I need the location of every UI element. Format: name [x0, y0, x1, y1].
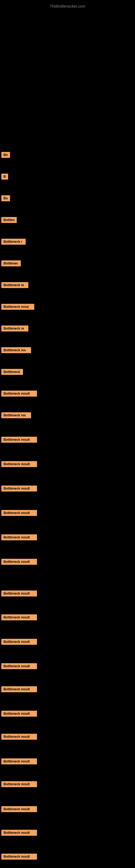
bottleneck-result-item: Bottleneck res — [1, 347, 31, 353]
bottleneck-result-item: B — [1, 174, 8, 180]
bottleneck-result-item: Bottleneck result — [1, 534, 37, 540]
bottleneck-result-item: Bottleneck result — [1, 461, 37, 467]
bottleneck-result-item: Bottlen — [1, 217, 17, 223]
bottleneck-result-item: Bottleneck re — [1, 326, 28, 332]
bottleneck-result-item: Bottleneck — [1, 369, 23, 375]
bottleneck-result-item: Bottleneck result — [1, 614, 37, 620]
bottleneck-result-item: Bottleneck result — [1, 590, 37, 596]
bottleneck-result-item: Bo — [1, 152, 10, 158]
bottleneck-result-item: Bottleneck result — [1, 559, 37, 565]
bottleneck-result-item: Bottleneck result — [1, 663, 37, 669]
bottleneck-result-item: Bottleneck result — [1, 806, 37, 812]
bottleneck-result-item: Bottleneck result — [1, 486, 37, 492]
bottleneck-result-item: Bottleneck re — [1, 282, 28, 288]
bottleneck-result-item: Bottleneck result — [1, 437, 37, 443]
bottleneck-result-item: Bottleneck result — [1, 711, 37, 717]
bottleneck-result-item: Bottleneck res — [1, 412, 31, 418]
site-title: TheBottlenecker.com — [0, 1, 135, 10]
bottleneck-result-item: Bottleneck result — [1, 781, 37, 787]
bottleneck-result-item: Bottleneck resul — [1, 304, 34, 310]
bottleneck-result-item: Bottleneck result — [1, 758, 37, 764]
bottleneck-result-item: Bottlenec — [1, 260, 21, 267]
bottleneck-result-item: Bottleneck result — [1, 830, 37, 836]
bottleneck-result-item: Bottleneck result — [1, 510, 37, 516]
bottleneck-result-item: Bottleneck result — [1, 734, 37, 740]
bottleneck-result-item: Bottleneck result — [1, 391, 37, 397]
bottleneck-result-item: Bo — [1, 195, 10, 201]
bottleneck-result-item: Bottleneck result — [1, 686, 37, 692]
bottleneck-result-item: Bottleneck r — [1, 239, 26, 245]
bottleneck-result-item: Bottleneck result — [1, 854, 37, 860]
bottleneck-result-item: Bottleneck result — [1, 639, 37, 645]
